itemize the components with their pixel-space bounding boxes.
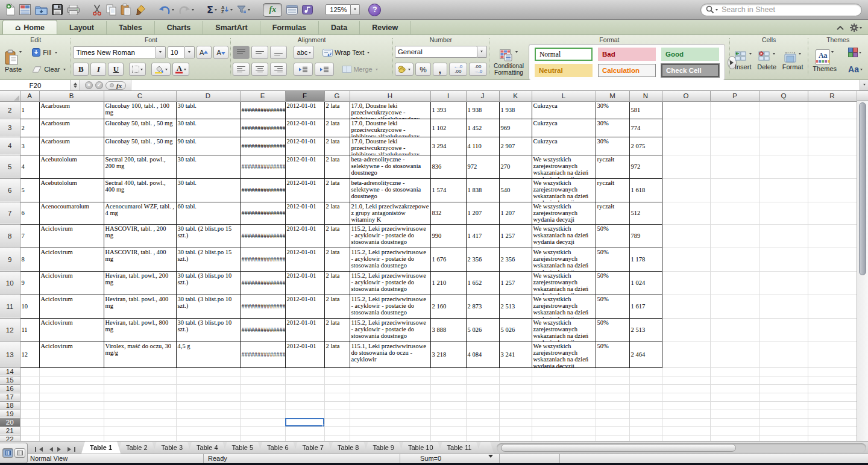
cell-O2[interactable] — [662, 101, 710, 119]
cell-B8[interactable]: Aciclovirum — [39, 224, 104, 248]
cell-P15[interactable] — [710, 376, 760, 384]
cell-F3[interactable]: 2012-01-01 — [285, 119, 324, 137]
cell-J21[interactable] — [466, 426, 499, 435]
cell-L8[interactable]: We wszystkich wskazaniach na dzień wydan… — [532, 224, 596, 248]
cell-F10[interactable]: 2012-01-01 — [285, 271, 324, 295]
sheet-tab-partial[interactable] — [477, 442, 494, 454]
cell-H19[interactable] — [350, 410, 430, 418]
cell-C12[interactable]: Heviran, tabl. powl., 800 mg — [104, 318, 176, 342]
align-left-button[interactable] — [233, 63, 250, 76]
cell-O10[interactable] — [662, 271, 710, 295]
style-check-cell[interactable]: Check Cell — [661, 64, 719, 77]
cell-G13[interactable]: 2 lata — [324, 342, 350, 367]
cell-H16[interactable] — [350, 384, 430, 393]
cell-O19[interactable] — [662, 410, 710, 418]
cell-R15[interactable] — [808, 376, 857, 384]
cell-I10[interactable]: 1 210 — [430, 271, 466, 295]
cell-N20[interactable] — [629, 418, 662, 426]
cell-J9[interactable]: 2 356 — [466, 248, 499, 271]
cell-M15[interactable] — [596, 376, 629, 384]
cell-K10[interactable]: 1 257 — [499, 271, 532, 295]
row-header-3[interactable]: 3 — [0, 119, 20, 137]
cell-R8[interactable] — [808, 224, 857, 248]
cell-D18[interactable] — [176, 401, 240, 410]
cell-F22[interactable] — [285, 435, 324, 441]
cell-E10[interactable]: ############## — [240, 271, 285, 295]
cancel-icon[interactable]: × — [85, 81, 93, 89]
cell-J6[interactable]: 1 838 — [466, 178, 499, 202]
cell-D14[interactable] — [176, 367, 240, 376]
cell-G5[interactable]: 2 lata — [324, 155, 350, 178]
cell-G16[interactable] — [324, 384, 350, 393]
cell-L17[interactable] — [532, 393, 596, 401]
cell-O9[interactable] — [662, 248, 710, 271]
row-header-7[interactable]: 7 — [0, 202, 20, 224]
redo-dropdown-caret[interactable] — [192, 9, 194, 12]
cell-H7[interactable]: 21.0, Leki przeciwzakrzepowe z grupy ant… — [350, 202, 430, 224]
cell-C9[interactable]: HASCOVIR, tabl. , 400 mg — [104, 248, 176, 271]
toolbox-icon[interactable] — [286, 2, 298, 17]
cell-F7[interactable]: 2012-01-01 — [285, 202, 324, 224]
cell-P3[interactable] — [710, 119, 760, 137]
cell-B6[interactable]: Acebutololum — [39, 178, 104, 202]
sort-button[interactable]: AZ — [221, 2, 233, 17]
cell-F16[interactable] — [285, 384, 324, 393]
cell-I12[interactable]: 3 888 — [430, 318, 466, 342]
row-header-6[interactable]: 6 — [0, 178, 20, 202]
cell-I14[interactable] — [430, 367, 466, 376]
row-header-15[interactable]: 15 — [0, 376, 20, 384]
cell-I2[interactable]: 1 393 — [430, 101, 466, 119]
row-header-10[interactable]: 10 — [0, 271, 20, 295]
sheet-tab-table-5[interactable]: Table 5 — [224, 442, 262, 454]
cell-C20[interactable] — [104, 418, 176, 426]
cell-N6[interactable]: 1 618 — [629, 178, 662, 202]
cell-H18[interactable] — [350, 401, 430, 410]
cell-G15[interactable] — [324, 376, 350, 384]
cell-R17[interactable] — [808, 393, 857, 401]
formula-builder-button[interactable]: fx — [263, 3, 282, 17]
horizontal-scrollbar-thumb[interactable] — [501, 444, 736, 452]
cell-Q5[interactable] — [760, 155, 808, 178]
cell-N12[interactable]: 2 513 — [629, 318, 662, 342]
cell-G9[interactable]: 2 lata — [324, 248, 350, 271]
cell-K9[interactable]: 2 356 — [499, 248, 532, 271]
cell-G22[interactable] — [324, 435, 350, 441]
cell-O14[interactable] — [662, 367, 710, 376]
cell-Q15[interactable] — [760, 376, 808, 384]
font-name-select[interactable]: Times New Roman — [73, 46, 156, 58]
column-header-E[interactable]: E — [240, 91, 285, 101]
cell-O22[interactable] — [662, 435, 710, 441]
cell-J14[interactable] — [466, 367, 499, 376]
horizontal-scrollbar[interactable] — [497, 443, 866, 452]
cell-I5[interactable]: 836 — [430, 155, 466, 178]
cell-M6[interactable]: ryczałt — [596, 178, 629, 202]
cell-K14[interactable] — [499, 367, 532, 376]
cell-N15[interactable] — [629, 376, 662, 384]
media-browser-icon[interactable] — [302, 2, 313, 17]
decrease-decimal-button[interactable]: ←.0.00 — [449, 63, 467, 76]
grow-font-button[interactable]: A — [197, 46, 212, 59]
cell-J7[interactable]: 1 207 — [466, 202, 499, 224]
cell-J16[interactable] — [466, 384, 499, 393]
row-header-20[interactable]: 20 — [0, 418, 20, 426]
cell-H8[interactable]: 115.2, Leki przeciwwirusowe - acyklowir … — [350, 224, 430, 248]
cell-M19[interactable] — [596, 410, 629, 418]
cell-Q2[interactable] — [760, 101, 808, 119]
cell-G20[interactable] — [324, 418, 350, 426]
cell-B21[interactable] — [39, 426, 104, 435]
sort-dropdown-caret[interactable] — [230, 9, 233, 12]
cell-L16[interactable] — [532, 384, 596, 393]
cell-A13[interactable]: 12 — [20, 342, 39, 367]
cell-L14[interactable] — [532, 367, 596, 376]
name-box-stepper[interactable] — [71, 80, 80, 90]
accept-icon[interactable]: ✓ — [95, 81, 103, 89]
cell-P10[interactable] — [710, 271, 760, 295]
cell-B18[interactable] — [39, 401, 104, 410]
cell-H21[interactable] — [350, 426, 430, 435]
cell-R6[interactable] — [808, 178, 857, 202]
column-header-I[interactable]: I — [430, 91, 466, 101]
cell-K16[interactable] — [499, 384, 532, 393]
cell-B15[interactable] — [39, 376, 104, 384]
cell-A22[interactable] — [20, 435, 39, 441]
row-header-17[interactable]: 17 — [0, 393, 20, 401]
